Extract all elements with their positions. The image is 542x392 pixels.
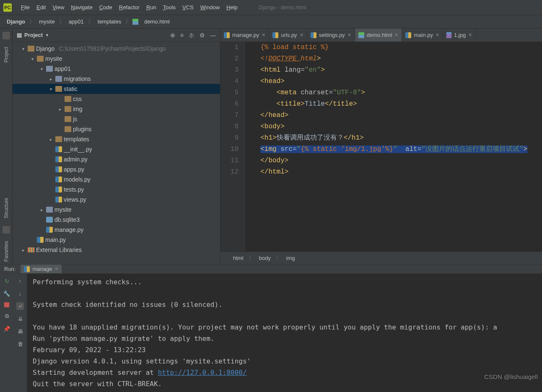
menu-tools[interactable]: Tools	[160, 3, 179, 12]
console-output[interactable]: Performing system checks... System check…	[27, 274, 542, 392]
trash-icon[interactable]: 🗑	[16, 340, 24, 348]
menu-code[interactable]: Code	[96, 3, 116, 12]
wrench-icon[interactable]: 🔧	[3, 290, 10, 297]
tree-item-plugins[interactable]: plugins	[13, 124, 220, 134]
settings-icon[interactable]: ⚙	[200, 32, 205, 39]
tree-caret-icon[interactable]: ▸	[39, 208, 44, 212]
menu-window[interactable]: Window	[197, 3, 223, 12]
tree-item-views-py[interactable]: views.py	[13, 195, 220, 205]
close-icon[interactable]: ✕	[348, 32, 351, 38]
editor-tab-1-jpg[interactable]: 1.jpg✕	[443, 29, 476, 42]
crumb-3[interactable]: templates	[95, 18, 124, 25]
tree-item-img[interactable]: ▸img	[13, 104, 220, 114]
close-icon[interactable]: ✕	[54, 266, 58, 272]
collapse-icon[interactable]: ⫛	[189, 32, 194, 39]
run-tab[interactable]: manage ✕	[21, 265, 62, 273]
tree-item--init-py[interactable]: __init__.py	[13, 144, 220, 154]
menu-navigate[interactable]: Navigate	[67, 3, 96, 12]
tree-caret-icon[interactable]: ▸	[48, 137, 54, 142]
print-icon[interactable]: 🖶	[16, 327, 24, 335]
menu-run[interactable]: Run	[143, 3, 160, 12]
tree-item-admin-py[interactable]: admin.py	[13, 154, 220, 164]
tree-label: static	[64, 86, 78, 92]
tree-item-django[interactable]: ▾DjangoC:\Users\17591\PycharmProjects\Dj…	[13, 44, 220, 54]
tree-item-mysite[interactable]: ▾mysite	[13, 54, 220, 64]
menu-view[interactable]: View	[49, 3, 67, 12]
code-content[interactable]: {% load static %} <!DOCTYPE html> <html …	[245, 42, 542, 252]
tree-item-js[interactable]: js	[13, 114, 220, 124]
favorites-tab[interactable]: Favorites	[3, 239, 10, 264]
editor-tab-urls-py[interactable]: urls.py✕	[269, 29, 307, 42]
editor-tab-manage-py[interactable]: manage.py✕	[220, 29, 269, 42]
crumb-file[interactable]: demo.html	[142, 18, 172, 25]
run-tab-label: manage	[32, 266, 52, 272]
tree-item-css[interactable]: css	[13, 94, 220, 104]
menu-file[interactable]: File	[18, 3, 33, 12]
close-icon[interactable]: ✕	[300, 32, 303, 38]
close-icon[interactable]: ✕	[468, 32, 472, 38]
tree-item-manage-py[interactable]: manage.py	[13, 225, 220, 235]
tree-item-external-libraries[interactable]: ▸External Libraries	[13, 245, 220, 255]
chevron-right-icon: 〉	[29, 18, 35, 26]
tree-item-apps-py[interactable]: apps.py	[13, 164, 220, 174]
tree-caret-icon[interactable]: ▸	[20, 248, 26, 252]
tree-item-main-py[interactable]: main.py	[13, 235, 220, 245]
pin-icon[interactable]: 📌	[3, 325, 10, 332]
structure-tool-icon[interactable]	[3, 226, 10, 234]
tree-caret-icon[interactable]: ▾	[48, 87, 54, 91]
code-crumb[interactable]: html	[233, 255, 244, 261]
crumb-2[interactable]: app01	[66, 18, 86, 25]
crumb-1[interactable]: mysite	[36, 18, 57, 25]
tree-item-static[interactable]: ▾static	[13, 84, 220, 94]
tree-caret-icon[interactable]: ▸	[48, 77, 54, 81]
editor-tab-settings-py[interactable]: settings.py✕	[307, 29, 355, 42]
tree-item-tests-py[interactable]: tests.py	[13, 184, 220, 195]
close-icon[interactable]: ✕	[394, 32, 398, 38]
menu-vcs[interactable]: VCS	[179, 3, 197, 12]
project-header-title[interactable]: ▤ Project ▼	[17, 32, 49, 38]
code-crumb[interactable]: img	[286, 255, 295, 261]
tree-caret-icon[interactable]: ▾	[29, 57, 35, 61]
folder-icon	[28, 46, 34, 52]
crumb-root[interactable]: Django	[4, 18, 28, 25]
tree-item-mysite[interactable]: ▸mysite	[13, 205, 220, 215]
down-icon[interactable]: ↓	[16, 290, 24, 297]
up-icon[interactable]: ↑	[16, 277, 24, 285]
menu-edit[interactable]: Edit	[33, 3, 49, 12]
py-icon	[37, 237, 44, 243]
stop-icon[interactable]	[4, 302, 9, 307]
structure-tab[interactable]: Structure	[3, 195, 10, 221]
project-tab[interactable]: Project	[3, 44, 10, 65]
tab-label: settings.py	[319, 32, 345, 38]
close-icon[interactable]: ✕	[262, 32, 265, 38]
menu-bar: PC FileEditViewNavigateCodeRefactorRunTo…	[0, 0, 542, 15]
rerun-icon[interactable]: ↻	[3, 277, 10, 285]
scroll-icon[interactable]: ⇊	[16, 315, 24, 322]
tree-caret-icon[interactable]: ▾	[39, 67, 44, 71]
code-crumb[interactable]: body	[259, 255, 271, 261]
tree-caret-icon[interactable]: ▸	[57, 107, 63, 112]
expand-icon[interactable]: ≡	[180, 32, 184, 39]
tree-item-templates[interactable]: ▸templates	[13, 134, 220, 144]
tree-item-migrations[interactable]: ▸migrations	[13, 74, 220, 84]
editor-tab-main-py[interactable]: main.py✕	[402, 29, 443, 42]
layout-icon[interactable]: ⧉	[3, 312, 10, 320]
menu-refactor[interactable]: Refactor	[116, 3, 143, 12]
tree-label: img	[73, 106, 83, 112]
close-icon[interactable]: ✕	[436, 32, 439, 38]
menu-help[interactable]: Help	[223, 3, 241, 12]
locate-icon[interactable]: ⊕	[170, 32, 175, 39]
tree-item-db-sqlite3[interactable]: db.sqlite3	[13, 215, 220, 225]
tree-caret-icon[interactable]: ▾	[20, 47, 26, 51]
project-tree[interactable]: ▾DjangoC:\Users\17591\PycharmProjects\Dj…	[13, 42, 220, 264]
server-url-link[interactable]: http://127.0.0.1:8000/	[158, 369, 247, 376]
hide-icon[interactable]: —	[210, 32, 216, 39]
tree-item-app01[interactable]: ▾app01	[13, 64, 220, 74]
tree-item-models-py[interactable]: models.py	[13, 174, 220, 184]
code-tmpl: {% load static %}	[260, 44, 329, 51]
project-tool-icon[interactable]	[3, 32, 10, 39]
line-number: 6	[220, 99, 239, 110]
softwrap-icon[interactable]: ⤶	[16, 302, 24, 310]
code-area[interactable]: 123456789101112 {% load static %} <!DOCT…	[220, 42, 542, 252]
editor-tab-demo-html[interactable]: demo.html✕	[355, 29, 402, 42]
